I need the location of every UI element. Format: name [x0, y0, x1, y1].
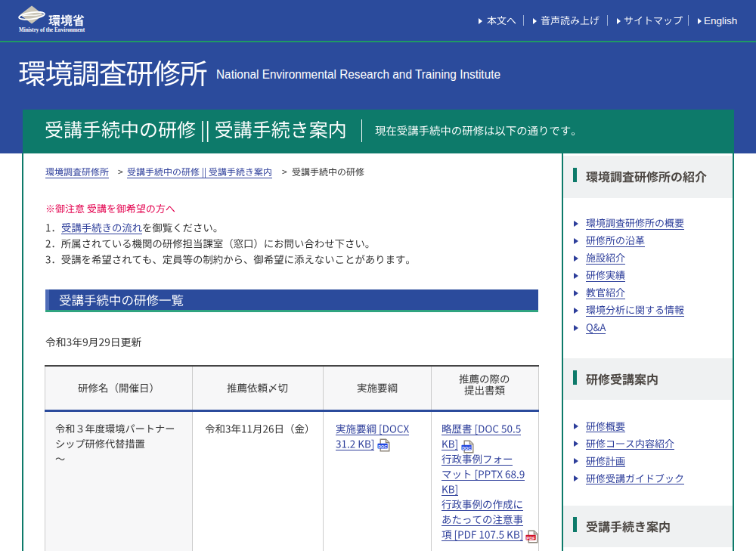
svg-text:National Environmental Researc: National Environmental Research and Trai…: [216, 68, 500, 81]
svg-text:DOC: DOC: [462, 444, 471, 450]
svg-text:PDF: PDF: [527, 534, 536, 540]
svg-text:DOC: DOC: [379, 444, 388, 449]
svg-text:English: English: [704, 15, 737, 26]
svg-text:Ministry of the Environment: Ministry of the Environment: [19, 26, 85, 33]
